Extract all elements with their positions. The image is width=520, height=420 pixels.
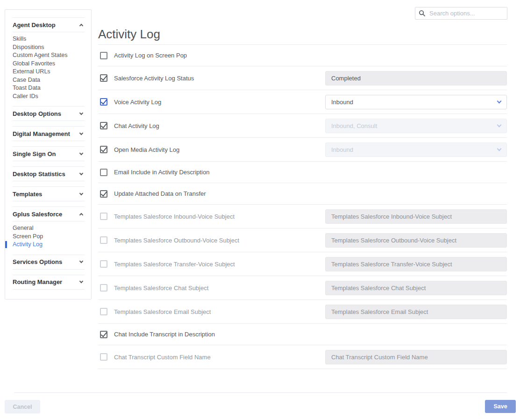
- setting-label: Templates Salesforce Email Subject: [114, 308, 211, 315]
- sidebar-section-header-routing-manager[interactable]: Routing Manager: [13, 275, 85, 289]
- search-icon: [419, 10, 426, 17]
- select-value: Inbound: [331, 146, 353, 153]
- footer-divider: [14, 392, 507, 393]
- setting-checkbox[interactable]: [100, 284, 107, 292]
- setting-label: Open Media Activity Log: [114, 146, 179, 153]
- sidebar-item-dispositions[interactable]: Dispositions: [13, 43, 85, 52]
- divider: [13, 141, 85, 141]
- sidebar-item-skills[interactable]: Skills: [13, 35, 85, 43]
- sidebar-section-header-services-options[interactable]: Services Options: [13, 255, 85, 269]
- row-chat-activity-log: Chat Activity Log Inbound, Consult: [98, 114, 507, 138]
- section-label: Routing Manager: [13, 278, 62, 285]
- section-label: Single Sign On: [13, 150, 56, 157]
- section-label: Services Options: [13, 258, 62, 265]
- sidebar-item-external-urls[interactable]: External URLs: [13, 68, 85, 76]
- sidebar-section-digital-management: Digital Management: [13, 126, 85, 141]
- sidebar-item-activity-log[interactable]: Activity Log: [13, 241, 85, 249]
- row-templates-chat-subject: Templates Salesforce Chat Subject: [98, 276, 507, 300]
- template-input: [325, 281, 507, 295]
- template-input: [325, 305, 507, 319]
- open-media-activity-log-select: Inbound: [325, 142, 507, 157]
- sidebar-item-case-data[interactable]: Case Data: [13, 76, 85, 85]
- section-label: Agent Desktop: [13, 21, 56, 28]
- sidebar-item-general[interactable]: General: [13, 224, 85, 233]
- chevron-up-icon: [79, 213, 83, 217]
- chevron-up-icon: [79, 24, 83, 28]
- template-input: [325, 350, 507, 364]
- sidebar-item-global-favorites[interactable]: Global Favorites: [13, 60, 85, 68]
- chevron-down-icon: [497, 146, 502, 151]
- sidebar-section-desktop-statistics: Desktop Statistics: [13, 166, 85, 181]
- row-voice-activity-log: Voice Activity Log Inbound: [98, 90, 507, 114]
- divider: [13, 32, 85, 32]
- sidebar-section-header-desktop-options[interactable]: Desktop Options: [13, 107, 85, 121]
- setting-label: Salesforce Activity Log Status: [114, 75, 194, 82]
- search-input[interactable]: [415, 7, 507, 20]
- setting-label: Update Attached Data on Transfer: [114, 190, 206, 197]
- setting-checkbox[interactable]: [100, 308, 107, 315]
- chevron-down-icon: [79, 131, 83, 135]
- setting-label: Chat Activity Log: [114, 122, 159, 129]
- sidebar-section-agent-desktop: Agent Desktop Skills Dispositions Custom…: [13, 17, 85, 100]
- setting-checkbox[interactable]: [100, 190, 107, 198]
- row-templates-transfer-voice-subject: Templates Salesforce Transfer-Voice Subj…: [98, 252, 507, 276]
- chevron-down-icon: [497, 99, 502, 103]
- sidebar-section-header-desktop-statistics[interactable]: Desktop Statistics: [13, 167, 85, 181]
- sidebar-section-header-digital-management[interactable]: Digital Management: [13, 127, 85, 141]
- chevron-down-icon: [79, 191, 83, 195]
- setting-checkbox[interactable]: [100, 52, 107, 59]
- divider: [13, 221, 85, 221]
- setting-checkbox[interactable]: [100, 74, 107, 82]
- sidebar-section-header-templates[interactable]: Templates: [13, 187, 85, 201]
- chevron-down-icon: [79, 171, 83, 175]
- setting-checkbox[interactable]: [100, 146, 107, 153]
- main-panel: Activity Log Activity Log on Screen Pop …: [98, 27, 507, 369]
- setting-checkbox[interactable]: [100, 236, 107, 244]
- sidebar-section-header-gplus-salesforce[interactable]: Gplus Salesforce: [13, 207, 85, 221]
- setting-checkbox[interactable]: [100, 98, 107, 106]
- sidebar-section-desktop-options: Desktop Options: [13, 106, 85, 121]
- setting-label: Activity Log on Screen Pop: [114, 52, 187, 59]
- sidebar-item-custom-agent-states[interactable]: Custom Agent States: [13, 51, 85, 60]
- setting-label: Email Include in Activity Description: [114, 169, 209, 176]
- sidebar-item-toast-data[interactable]: Toast Data: [13, 84, 85, 93]
- setting-label: Voice Activity Log: [114, 99, 161, 106]
- divider: [13, 269, 85, 270]
- sidebar-section-header-single-sign-on[interactable]: Single Sign On: [13, 147, 85, 161]
- page-title: Activity Log: [98, 27, 507, 41]
- divider: [13, 121, 85, 121]
- sidebar-section-header-agent-desktop[interactable]: Agent Desktop: [13, 18, 85, 32]
- save-button[interactable]: Save: [485, 400, 516, 413]
- section-label: Desktop Options: [13, 110, 61, 117]
- row-chat-transcript-custom-field-name: Chat Transcript Custom Field Name: [98, 345, 507, 369]
- row-open-media-activity-log: Open Media Activity Log Inbound: [98, 138, 507, 162]
- setting-label: Templates Salesforce Transfer-Voice Subj…: [114, 261, 235, 268]
- template-input: [325, 257, 507, 271]
- section-label: Templates: [13, 191, 42, 198]
- row-templates-outbound-voice-subject: Templates Salesforce Outbound-Voice Subj…: [98, 228, 507, 252]
- chevron-down-icon: [79, 111, 83, 114]
- setting-checkbox[interactable]: [100, 353, 107, 361]
- cancel-button[interactable]: Cancel: [5, 400, 40, 413]
- chevron-down-icon: [79, 151, 83, 155]
- setting-checkbox[interactable]: [100, 213, 107, 220]
- row-chat-include-transcript-in-description: Chat Include Transcript in Description: [98, 324, 507, 345]
- section-label: Digital Management: [13, 130, 70, 137]
- chevron-down-icon: [79, 259, 83, 263]
- row-templates-inbound-voice-subject: Templates Salesforce Inbound-Voice Subje…: [98, 205, 507, 228]
- select-value: Inbound: [331, 99, 353, 106]
- setting-label: Chat Transcript Custom Field Name: [114, 354, 211, 361]
- setting-checkbox[interactable]: [100, 122, 107, 129]
- sidebar-item-caller-ids[interactable]: Caller IDs: [13, 93, 85, 101]
- setting-label: Templates Salesforce Outbound-Voice Subj…: [114, 237, 239, 244]
- divider: [13, 161, 85, 161]
- sidebar-item-screen-pop[interactable]: Screen Pop: [13, 233, 85, 241]
- status-input: [325, 71, 507, 85]
- select-value: Inbound, Consult: [331, 122, 377, 129]
- setting-checkbox[interactable]: [100, 331, 107, 338]
- setting-checkbox[interactable]: [100, 169, 107, 176]
- setting-checkbox[interactable]: [100, 260, 107, 268]
- template-input: [325, 233, 507, 248]
- sidebar-section-routing-manager: Routing Manager: [13, 275, 85, 290]
- voice-activity-log-select[interactable]: Inbound: [325, 95, 507, 109]
